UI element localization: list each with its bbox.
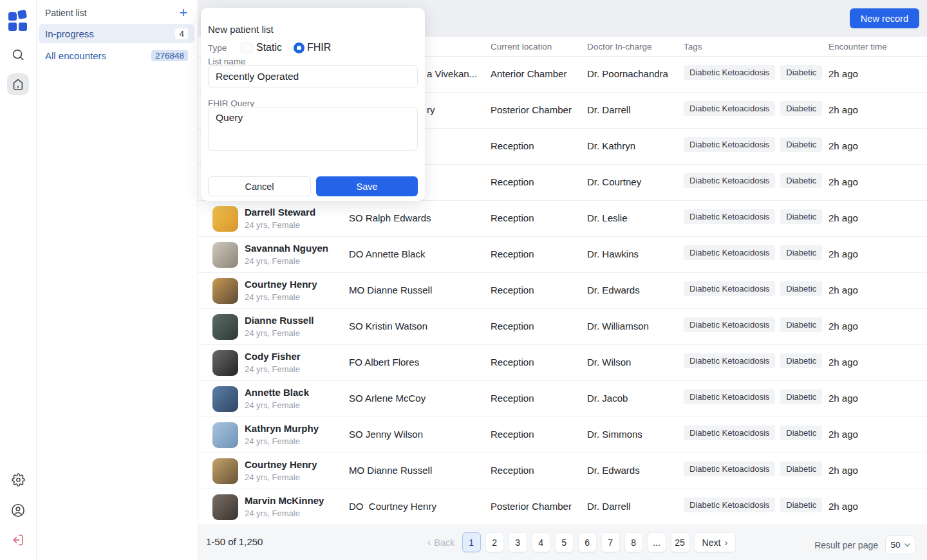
kebab-menu-icon[interactable] (908, 322, 918, 324)
count-badge: 276848 (151, 50, 188, 61)
patient-list-panel: Patient list + In-progress 4 All encount… (37, 0, 198, 560)
save-button[interactable]: Save (316, 176, 418, 196)
doctor-in-charge: Dr. Courtney (587, 176, 641, 187)
tags: Diabetic KetoacidosisDiabetic (684, 245, 822, 260)
fhir-option-label[interactable]: FHIR (307, 42, 331, 53)
tags: Diabetic KetoacidosisDiabetic (684, 101, 822, 116)
tag-chip: Diabetic Ketoacidosis (684, 353, 775, 368)
modal-title: New patient list (208, 24, 274, 35)
encounter-ref: SO Arlene McCoy (349, 393, 426, 404)
patient-meta: 24 yrs, Female (245, 436, 300, 446)
back-button[interactable]: ‹Back (425, 537, 458, 548)
page-button-6[interactable]: 6 (578, 532, 597, 552)
kebab-menu-icon[interactable] (908, 178, 918, 180)
icon-rail (0, 0, 37, 560)
encounter-time: 2h ago (829, 285, 858, 295)
patient-name: Kathryn Murphy (245, 423, 319, 434)
tags: Diabetic KetoacidosisDiabetic (684, 425, 822, 440)
patient-meta: 24 yrs, Female (245, 400, 300, 410)
table-row[interactable]: Kathryn Murphy 24 yrs, Female SO Jenny W… (198, 417, 927, 453)
table-row[interactable]: Marvin McKinney 24 yrs, Female DO Courtn… (198, 489, 927, 525)
kebab-menu-icon[interactable] (908, 358, 918, 360)
doctor-in-charge: Dr. Williamson (587, 321, 649, 331)
col-header-doctor-in-charge: Doctor In-charge (587, 42, 652, 51)
sidebar-item-in-progress[interactable]: In-progress 4 (39, 24, 194, 43)
kebab-menu-icon[interactable] (908, 286, 918, 288)
app-logo-icon[interactable] (8, 10, 29, 31)
encounter-time: 2h ago (829, 429, 858, 440)
page-button-3[interactable]: 3 (509, 532, 527, 552)
page-button-5[interactable]: 5 (555, 532, 574, 552)
list-name-input[interactable] (208, 65, 418, 88)
page-ellipsis[interactable]: ... (648, 532, 666, 552)
encounter-ref: FO Albert Flores (349, 357, 419, 368)
logout-icon[interactable] (7, 529, 29, 551)
table-row[interactable]: Dianne Russell 24 yrs, Female SO Kristin… (198, 309, 927, 345)
table-row[interactable]: Courtney Henry 24 yrs, Female MO Dianne … (198, 273, 927, 309)
fhir-query-textarea[interactable]: Query (208, 107, 418, 151)
page-button-4[interactable]: 4 (532, 532, 550, 552)
col-header-encounter-time: Encounter time (829, 42, 887, 51)
kebab-menu-icon[interactable] (908, 142, 918, 144)
doctor-in-charge: Dr. Kathryn (587, 140, 635, 151)
search-icon[interactable] (7, 44, 29, 66)
kebab-menu-icon[interactable] (908, 250, 918, 252)
page-button-2[interactable]: 2 (485, 532, 504, 552)
tag-chip: Diabetic (780, 425, 822, 440)
static-checkbox[interactable] (241, 42, 252, 53)
panel-title: Patient list (45, 8, 87, 18)
cancel-button[interactable]: Cancel (208, 176, 311, 196)
static-option-label[interactable]: Static (256, 42, 282, 53)
table-row[interactable]: Courtney Henry 24 yrs, Female MO Dianne … (198, 453, 927, 489)
list-item-label: In-progress (45, 28, 94, 39)
table-row[interactable]: Darrell Steward 24 yrs, Female SO Ralph … (198, 201, 927, 237)
pager: ‹Back 12345678...25Next› (425, 532, 736, 552)
next-button[interactable]: Next› (694, 532, 736, 552)
patient-name: Courtney Henry (245, 279, 317, 290)
sidebar-item-all-encounters[interactable]: All encounters 276848 (39, 46, 194, 65)
encounter-time: 2h ago (829, 501, 858, 512)
kebab-menu-icon[interactable] (908, 466, 918, 469)
kebab-menu-icon[interactable] (908, 430, 918, 433)
current-location: Posterior Chamber (491, 501, 572, 512)
kebab-menu-icon[interactable] (908, 394, 918, 397)
table-row[interactable]: Savannah Nguyen 24 yrs, Female DO Annett… (198, 237, 927, 273)
kebab-menu-icon[interactable] (908, 214, 918, 216)
page-button-1[interactable]: 1 (462, 532, 481, 552)
type-label: Type (208, 43, 241, 53)
doctor-in-charge: Dr. Hawkins (587, 248, 639, 259)
page-button-8[interactable]: 8 (624, 532, 643, 552)
kebab-menu-icon[interactable] (908, 106, 918, 108)
page-size-select[interactable]: 50 (885, 536, 915, 554)
page-button-25[interactable]: 25 (671, 532, 689, 552)
tag-chip: Diabetic (780, 498, 822, 512)
fhir-radio[interactable] (294, 42, 304, 53)
tag-chip: Diabetic Ketoacidosis (684, 425, 775, 440)
settings-gear-icon[interactable] (7, 469, 29, 490)
tag-chip: Diabetic Ketoacidosis (684, 209, 775, 224)
patient-meta: 24 yrs, Female (245, 364, 300, 374)
table-row[interactable]: Cody Fisher 24 yrs, Female FO Albert Flo… (198, 345, 927, 381)
new-record-button[interactable]: New record (850, 8, 919, 28)
col-header-current-location: Current location (491, 42, 552, 51)
kebab-menu-icon[interactable] (908, 70, 918, 72)
tag-chip: Diabetic Ketoacidosis (684, 137, 775, 152)
current-location: Reception (491, 393, 534, 404)
encounter-time: 2h ago (829, 212, 858, 223)
pagination-bar: 1-50 of 1,250 ‹Back 12345678...25Next› R… (198, 525, 927, 560)
tag-chip: Diabetic Ketoacidosis (684, 498, 775, 512)
tag-chip: Diabetic (780, 137, 822, 152)
kebab-menu-icon[interactable] (908, 502, 918, 505)
add-list-button[interactable]: + (176, 5, 191, 21)
tag-chip: Diabetic (780, 209, 822, 224)
tag-chip: Diabetic (780, 173, 822, 188)
profile-icon[interactable] (7, 499, 29, 521)
encounter-time: 2h ago (829, 465, 858, 476)
home-icon[interactable] (7, 73, 29, 95)
doctor-in-charge: Dr. Edwards (587, 465, 640, 476)
table-row[interactable]: Annette Black 24 yrs, Female SO Arlene M… (198, 381, 927, 417)
current-location: Reception (491, 176, 534, 187)
page-button-7[interactable]: 7 (601, 532, 620, 552)
tags: Diabetic KetoacidosisDiabetic (684, 498, 822, 512)
tag-chip: Diabetic Ketoacidosis (684, 462, 775, 476)
